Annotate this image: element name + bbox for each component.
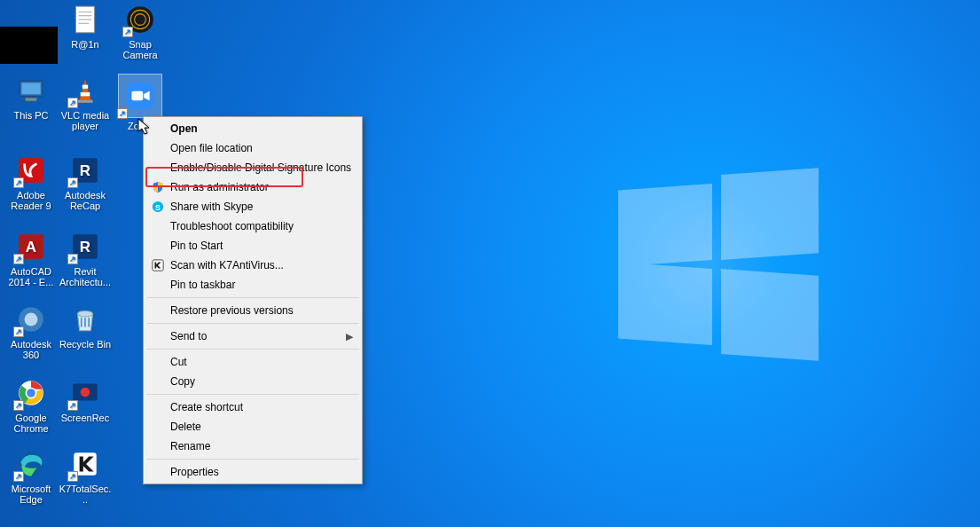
icon-label: Microsoft Edge bbox=[4, 484, 58, 505]
menu-label: Pin to Start bbox=[170, 240, 223, 252]
menu-share-skype[interactable]: S Share with Skype bbox=[145, 197, 360, 216]
shortcut-arrow-icon: ↗ bbox=[67, 254, 78, 264]
desktop-icon-autocad[interactable]: A ↗ AutoCAD 2014 - E... bbox=[4, 231, 58, 287]
submenu-arrow-icon: ▶ bbox=[346, 331, 353, 342]
desktop-icon-recycle-bin[interactable]: Recycle Bin bbox=[59, 303, 112, 350]
menu-separator bbox=[146, 297, 359, 298]
menu-separator bbox=[146, 349, 359, 350]
text-file-icon bbox=[69, 4, 101, 35]
menu-separator bbox=[146, 323, 359, 324]
icon-label: This PC bbox=[4, 110, 58, 121]
svg-text:A: A bbox=[26, 239, 36, 256]
menu-label: Rename bbox=[170, 440, 210, 452]
svg-rect-14 bbox=[78, 100, 93, 103]
menu-label: Send to bbox=[170, 330, 207, 342]
menu-properties[interactable]: Properties bbox=[145, 462, 360, 482]
menu-label: Open bbox=[170, 122, 198, 135]
shortcut-arrow-icon: ↗ bbox=[67, 177, 78, 188]
svg-point-26 bbox=[25, 313, 38, 326]
desktop-icon-k7[interactable]: ↗ K7TotalSec... bbox=[59, 448, 112, 505]
svg-rect-13 bbox=[81, 92, 90, 96]
svg-marker-40 bbox=[138, 119, 149, 134]
menu-separator bbox=[146, 394, 359, 395]
shield-uac-icon bbox=[151, 180, 165, 194]
menu-label: Enable/Disable Digital Signature Icons bbox=[170, 161, 351, 174]
svg-text:S: S bbox=[155, 203, 161, 212]
menu-open-file-location[interactable]: Open file location bbox=[145, 138, 360, 158]
menu-label: Copy bbox=[170, 375, 195, 388]
desktop-icon-this-pc[interactable]: This PC bbox=[4, 75, 58, 121]
icon-label: AutoCAD 2014 - E... bbox=[4, 266, 58, 287]
shortcut-arrow-icon: ↗ bbox=[13, 254, 24, 264]
menu-open[interactable]: Open bbox=[145, 119, 360, 138]
shortcut-arrow-icon: ↗ bbox=[117, 108, 128, 119]
menu-label: Delete bbox=[170, 421, 201, 433]
screenrec-icon: ↗ bbox=[69, 377, 101, 409]
autocad-icon: A ↗ bbox=[15, 231, 47, 263]
shortcut-arrow-icon: ↗ bbox=[13, 400, 24, 411]
desktop-icon-snap-camera[interactable]: ↗ Snap Camera bbox=[114, 4, 167, 60]
vlc-icon: ↗ bbox=[69, 75, 101, 106]
shortcut-arrow-icon: ↗ bbox=[67, 98, 78, 108]
this-pc-icon bbox=[15, 75, 47, 106]
svg-rect-9 bbox=[21, 83, 40, 95]
k7-icon: ↗ bbox=[69, 448, 101, 480]
svg-point-32 bbox=[81, 388, 90, 397]
menu-rename[interactable]: Rename bbox=[145, 437, 360, 456]
menu-label: Restore previous versions bbox=[170, 304, 294, 317]
menu-send-to[interactable]: Send to▶ bbox=[145, 326, 360, 346]
menu-label: Share with Skype bbox=[170, 201, 253, 213]
icon-label: Recycle Bin bbox=[59, 339, 112, 350]
autodesk360-icon: ↗ bbox=[15, 303, 47, 335]
svg-marker-11 bbox=[80, 79, 91, 99]
menu-copy[interactable]: Copy bbox=[145, 372, 360, 391]
desktop-icon-adobe-reader[interactable]: ↗ Adobe Reader 9 bbox=[4, 154, 58, 211]
svg-rect-16 bbox=[131, 91, 143, 101]
desktop-icon-edge[interactable]: ↗ Microsoft Edge bbox=[4, 448, 58, 505]
k7-small-icon bbox=[151, 258, 165, 272]
svg-rect-10 bbox=[26, 98, 37, 101]
snap-camera-icon: ↗ bbox=[124, 4, 156, 35]
shortcut-arrow-icon: ↗ bbox=[67, 400, 78, 411]
desktop-icon-vlc[interactable]: ↗ VLC media player bbox=[59, 75, 112, 131]
menu-label: Cut bbox=[170, 356, 187, 368]
desktop-icon-text-file[interactable]: R@1n bbox=[59, 4, 112, 50]
shortcut-arrow-icon: ↗ bbox=[13, 471, 24, 482]
mouse-cursor-icon bbox=[137, 118, 152, 136]
menu-delete[interactable]: Delete bbox=[145, 417, 360, 437]
desktop-icon-revit[interactable]: R ↗ Revit Architectu... bbox=[59, 231, 112, 287]
desktop-icon-screenrec[interactable]: ↗ ScreenRec bbox=[59, 377, 112, 423]
shortcut-arrow-icon: ↗ bbox=[13, 326, 24, 337]
svg-point-30 bbox=[27, 389, 35, 397]
svg-rect-12 bbox=[82, 85, 88, 89]
menu-label: Pin to taskbar bbox=[170, 279, 235, 291]
svg-point-27 bbox=[78, 311, 93, 316]
desktop-icon-autodesk360[interactable]: ↗ Autodesk 360 bbox=[4, 303, 58, 360]
skype-icon: S bbox=[151, 200, 165, 214]
menu-enable-disable-sig[interactable]: Enable/Disable Digital Signature Icons bbox=[145, 158, 360, 177]
autodesk-recap-icon: R ↗ bbox=[69, 154, 101, 186]
menu-scan-k7[interactable]: Scan with K7AntiVirus... bbox=[145, 256, 360, 275]
desktop-icon-chrome[interactable]: ↗ Google Chrome bbox=[4, 377, 58, 434]
menu-create-shortcut[interactable]: Create shortcut bbox=[145, 397, 360, 417]
menu-troubleshoot[interactable]: Troubleshoot compatibility bbox=[145, 216, 360, 236]
menu-label: Open file location bbox=[170, 142, 253, 154]
menu-label: Troubleshoot compatibility bbox=[170, 220, 294, 232]
icon-label: Autodesk ReCap bbox=[59, 190, 112, 211]
menu-restore-previous[interactable]: Restore previous versions bbox=[145, 301, 360, 320]
menu-label: Run as administrator bbox=[170, 181, 269, 193]
shortcut-arrow-icon: ↗ bbox=[122, 27, 133, 37]
icon-label: VLC media player bbox=[59, 110, 112, 131]
menu-cut[interactable]: Cut bbox=[145, 352, 360, 372]
menu-run-as-admin[interactable]: Run as administrator bbox=[145, 177, 360, 197]
menu-pin-start[interactable]: Pin to Start bbox=[145, 236, 360, 256]
icon-label: ScreenRec bbox=[59, 413, 112, 423]
svg-text:R: R bbox=[80, 239, 90, 256]
icon-label: Google Chrome bbox=[4, 413, 58, 434]
icon-label: Snap Camera bbox=[114, 39, 167, 60]
desktop-icon-autodesk-recap[interactable]: R ↗ Autodesk ReCap bbox=[59, 154, 112, 211]
menu-label: Create shortcut bbox=[170, 401, 243, 413]
edge-icon: ↗ bbox=[15, 448, 47, 480]
icon-label: Adobe Reader 9 bbox=[4, 190, 58, 211]
menu-pin-taskbar[interactable]: Pin to taskbar bbox=[145, 275, 360, 295]
